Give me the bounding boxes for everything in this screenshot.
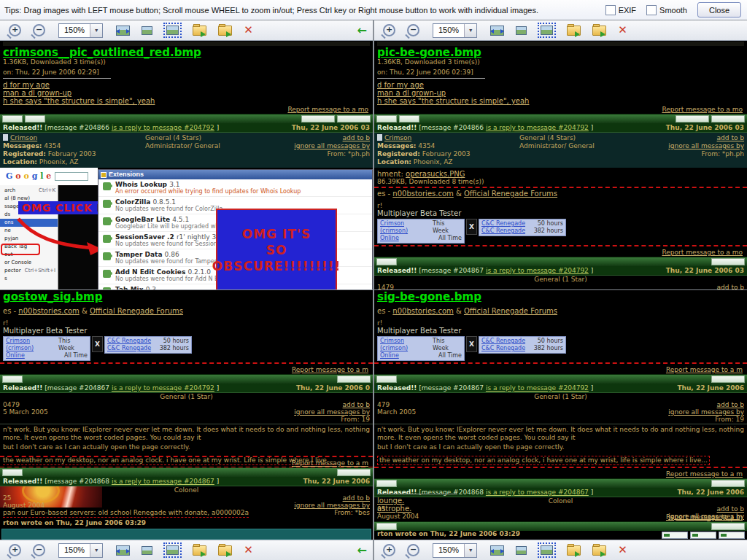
ignore-messages-link[interactable]: ignore all messages by [294,502,370,509]
forum-quick-button[interactable] [711,258,745,265]
reply-to-link[interactable]: is a reply to message #204792 [486,124,589,131]
forum-quick-button[interactable] [337,469,371,476]
ignore-messages-link[interactable]: ignore all messages by [294,142,370,150]
report-message-link[interactable]: Report message to a m [666,366,743,373]
stat-link[interactable]: C&C Renegade [107,338,151,345]
forum-quick-button[interactable] [376,523,397,530]
delete-button[interactable]: ✕ [618,545,627,556]
dropdown-arrow-icon[interactable]: ▼ [464,24,476,37]
ignore-messages-link[interactable]: ignore all messages by [294,408,370,416]
report-message-link[interactable]: Report message to a m [666,513,743,521]
reply-to-link[interactable]: is a reply to message #204792 [112,124,214,131]
zoom-level-select[interactable]: 150%▼ [58,543,103,558]
delete-button[interactable]: ✕ [618,25,627,36]
attachment-filename-link[interactable]: pic-be-gone.bmp [377,47,747,58]
pager-button[interactable] [662,532,688,539]
zoom-level-select[interactable]: 150%▼ [433,23,477,38]
extension-row[interactable]: Whois Lookup 3.1 An error occurred while… [98,179,372,197]
forum-quick-button[interactable] [399,115,419,122]
poster-name-link[interactable]: Crimson [384,134,411,141]
report-message-link[interactable]: Report message to a mo [662,106,743,113]
ignore-messages-link[interactable]: ignore all messages by [668,408,744,416]
dropdown-arrow-icon[interactable]: ▼ [90,544,102,557]
forum-quick-button[interactable] [676,115,709,122]
pager-button[interactable] [690,532,716,539]
smooth-checkbox[interactable] [646,5,657,15]
forum-link[interactable]: h she says "the structure is simple", ye… [3,97,373,105]
forum-quick-button[interactable] [2,376,23,383]
stat-link[interactable]: C&C Renegade [481,228,525,235]
stat-link[interactable]: C&C Renegade [107,345,151,352]
renegade-forums-link[interactable]: Official Renegade Forums [464,190,557,198]
forum-quick-button[interactable] [2,115,23,122]
report-message-link[interactable]: Report message to a m [666,470,743,478]
reply-to-link[interactable]: is a reply to message #204792 [486,384,589,392]
image-canvas-top-right[interactable]: pic-be-gone.bmp 1.36KB, Downloaded 3 tim… [374,41,747,290]
ignore-messages-link[interactable]: ignore all messages by [668,142,744,150]
forum-quick-button[interactable] [301,115,335,122]
open-image-button[interactable] [567,26,581,36]
add-to-buddy-link[interactable]: add to b [668,134,744,142]
zoom-level-select[interactable]: 150%▼ [58,23,103,38]
report-message-link[interactable]: Report message to a m [292,366,368,373]
save-as-button[interactable] [592,26,606,36]
attachment-filename-link[interactable]: crimsons__pic_outlined_red.bmp [3,47,373,58]
image-canvas-top-left[interactable]: crimsons__pic_outlined_red.bmp 1.36KB, D… [0,41,373,290]
menu-item[interactable]: or Console [0,259,58,267]
forum-quick-button[interactable] [711,115,745,122]
zoom-in-button[interactable]: + [9,24,21,36]
open-image-button[interactable] [567,545,581,556]
stat-link[interactable]: Online [380,352,399,359]
open-image-button[interactable] [193,545,206,556]
delete-button[interactable]: ✕ [244,545,253,556]
zoom-out-button[interactable]: − [33,24,45,36]
back-button[interactable]: ← [357,25,367,36]
n00bstories-link[interactable]: n00bstories.com [18,307,79,315]
back-button[interactable]: ← [357,545,367,556]
forum-quick-button[interactable] [711,480,745,487]
forum-link[interactable]: lounge. [377,497,747,505]
forum-quick-button[interactable] [376,480,397,487]
zoom-out-button[interactable]: − [33,544,45,556]
reply-to-link[interactable]: is a reply to message #204792 [486,267,589,274]
save-as-button[interactable] [218,545,232,556]
fit-width-button[interactable] [116,26,130,36]
pager-button[interactable] [719,532,745,539]
google-search-input[interactable] [55,172,88,181]
fit-width-button[interactable] [490,26,504,36]
actual-size-button[interactable] [516,546,527,555]
attachment-filename-link[interactable]: gostow_sig.bmp [3,291,373,303]
attachment-filename-link[interactable]: sig-be-gone.bmp [377,291,747,303]
close-button[interactable]: Close [697,2,741,18]
stat-link[interactable]: Crimson (crimson) [6,338,58,352]
add-to-buddy-link[interactable]: add to b [668,401,744,408]
forum-link[interactable]: man a dl grown-up [377,89,747,97]
add-to-buddy-link[interactable]: add to b [294,494,370,502]
exif-checkbox[interactable] [605,5,616,15]
forum-quick-button[interactable] [337,376,371,383]
forum-quick-button[interactable] [711,523,745,530]
forum-quick-button[interactable] [711,376,745,383]
forum-quick-button[interactable] [2,469,23,476]
poster-name-link[interactable]: Crimson [10,134,37,141]
zoom-level-select[interactable]: 150%▼ [433,543,477,558]
stat-link[interactable]: Crimson (crimson) [380,338,433,352]
reply-to-link[interactable]: is a reply to message #204867 [112,478,214,485]
actual-size-button[interactable] [516,26,527,35]
add-to-buddy-link[interactable]: add to b [294,134,370,142]
dropdown-arrow-icon[interactable]: ▼ [464,544,476,557]
stat-link[interactable]: Crimson (crimson) [380,220,433,235]
forum-link[interactable]: man a dl grown-up [3,89,373,97]
zoom-out-button[interactable]: − [407,544,419,556]
add-to-buddy-link[interactable]: add to b [668,284,744,290]
zoom-in-button[interactable]: + [383,544,395,556]
forum-quick-button[interactable] [25,115,45,122]
fit-window-button[interactable] [166,545,179,555]
add-to-buddy-link[interactable]: add to b [294,401,370,408]
forum-link[interactable]: d for my age [3,81,373,89]
renegade-forums-link[interactable]: Official Renegade Forums [464,307,557,315]
stat-link[interactable]: C&C Renegade [481,338,525,345]
save-as-button[interactable] [218,26,232,36]
attachment-file-link[interactable]: operasucks.PNG [406,170,465,178]
open-image-button[interactable] [193,26,206,36]
